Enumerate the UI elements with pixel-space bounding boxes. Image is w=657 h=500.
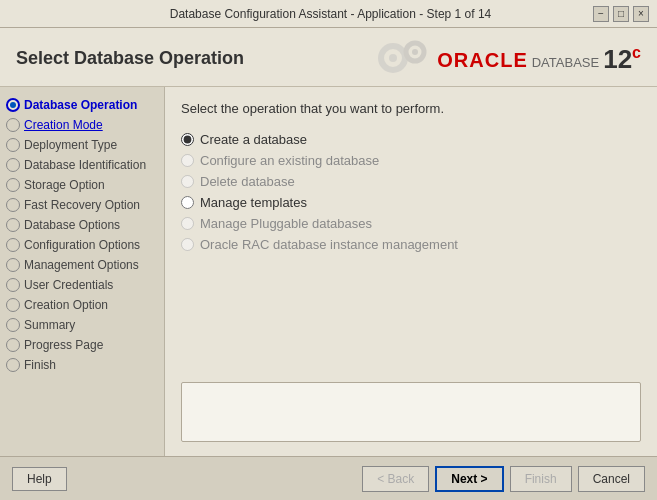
sidebar-item-storage-option[interactable]: Storage Option [0,175,164,195]
next-button[interactable]: Next > [435,466,503,492]
option-create-database-label: Create a database [200,132,307,147]
radio-create-database[interactable] [181,133,194,146]
option-oracle-rac[interactable]: Oracle RAC database instance management [181,237,641,252]
oracle-sub-text: DATABASE [532,55,599,70]
footer: Help < Back Next > Finish Cancel [0,456,657,500]
oracle-brand-text: ORACLE [437,50,527,70]
sidebar: Database Operation Creation Mode Deploym… [0,87,165,456]
svg-point-1 [389,54,397,62]
radio-oracle-rac[interactable] [181,238,194,251]
option-delete-database-label: Delete database [200,174,295,189]
cancel-button[interactable]: Cancel [578,466,645,492]
sidebar-item-fast-recovery-option[interactable]: Fast Recovery Option [0,195,164,215]
step-circle-4 [6,158,20,172]
step-circle-8 [6,238,20,252]
sidebar-label-fast-recovery: Fast Recovery Option [24,198,140,212]
radio-manage-pluggable[interactable] [181,217,194,230]
sidebar-label-creation-mode: Creation Mode [24,118,103,132]
option-create-database[interactable]: Create a database [181,132,641,147]
maximize-button[interactable]: □ [613,6,629,22]
close-button[interactable]: × [633,6,649,22]
sidebar-item-database-options[interactable]: Database Options [0,215,164,235]
sidebar-label-config-options: Configuration Options [24,238,140,252]
sidebar-label-management-options: Management Options [24,258,139,272]
sidebar-label-creation-option: Creation Option [24,298,108,312]
radio-manage-templates[interactable] [181,196,194,209]
sidebar-item-progress-page[interactable]: Progress Page [0,335,164,355]
sidebar-label-user-credentials: User Credentials [24,278,113,292]
option-configure-existing[interactable]: Configure an existing database [181,153,641,168]
help-button[interactable]: Help [12,467,67,491]
radio-group: Create a database Configure an existing … [181,132,641,252]
footer-right: < Back Next > Finish Cancel [362,466,645,492]
step-circle-3 [6,138,20,152]
header: Select Database Operation ORACLE DATABAS… [0,28,657,87]
sidebar-item-configuration-options[interactable]: Configuration Options [0,235,164,255]
main-window: Select Database Operation ORACLE DATABAS… [0,28,657,500]
step-circle-12 [6,318,20,332]
step-circle-10 [6,278,20,292]
sidebar-item-summary[interactable]: Summary [0,315,164,335]
step-circle-5 [6,178,20,192]
sidebar-item-management-options[interactable]: Management Options [0,255,164,275]
sidebar-label-progress-page: Progress Page [24,338,103,352]
footer-left: Help [12,467,67,491]
oracle-text: ORACLE DATABASE 12c [437,45,641,72]
option-manage-pluggable-label: Manage Pluggable databases [200,216,372,231]
option-manage-templates-label: Manage templates [200,195,307,210]
finish-button[interactable]: Finish [510,466,572,492]
info-text-area [181,382,641,442]
radio-delete-database[interactable] [181,175,194,188]
option-manage-templates[interactable]: Manage templates [181,195,641,210]
sidebar-label-db-identification: Database Identification [24,158,146,172]
option-delete-database[interactable]: Delete database [181,174,641,189]
step-circle-2 [6,118,20,132]
option-configure-existing-label: Configure an existing database [200,153,379,168]
sidebar-label-deployment-type: Deployment Type [24,138,117,152]
title-bar-controls: − □ × [593,6,649,22]
step-circle-13 [6,338,20,352]
sidebar-item-user-credentials[interactable]: User Credentials [0,275,164,295]
sidebar-label-finish: Finish [24,358,56,372]
content-area: Database Operation Creation Mode Deploym… [0,87,657,456]
sidebar-label-database-options: Database Options [24,218,120,232]
minimize-button[interactable]: − [593,6,609,22]
option-manage-pluggable[interactable]: Manage Pluggable databases [181,216,641,231]
sidebar-item-creation-option[interactable]: Creation Option [0,295,164,315]
step-circle-14 [6,358,20,372]
option-oracle-rac-label: Oracle RAC database instance management [200,237,458,252]
step-circle-9 [6,258,20,272]
step-circle-1 [6,98,20,112]
instruction-text: Select the operation that you want to pe… [181,101,641,116]
oracle-version-text: 12c [603,45,641,72]
sidebar-label-storage-option: Storage Option [24,178,105,192]
sidebar-label-database-operation: Database Operation [24,98,137,112]
svg-point-3 [412,49,418,55]
sidebar-item-finish[interactable]: Finish [0,355,164,375]
back-button[interactable]: < Back [362,466,429,492]
oracle-logo: ORACLE DATABASE 12c [373,38,641,78]
page-title: Select Database Operation [16,48,244,69]
gears-icon [373,38,433,78]
sidebar-label-summary: Summary [24,318,75,332]
sidebar-item-database-identification[interactable]: Database Identification [0,155,164,175]
title-bar: Database Configuration Assistant - Appli… [0,0,657,28]
radio-configure-existing[interactable] [181,154,194,167]
main-panel: Select the operation that you want to pe… [165,87,657,456]
sidebar-item-creation-mode[interactable]: Creation Mode [0,115,164,135]
sidebar-item-deployment-type[interactable]: Deployment Type [0,135,164,155]
step-circle-6 [6,198,20,212]
sidebar-item-database-operation[interactable]: Database Operation [0,95,164,115]
step-circle-7 [6,218,20,232]
title-bar-text: Database Configuration Assistant - Appli… [68,7,593,21]
step-circle-11 [6,298,20,312]
